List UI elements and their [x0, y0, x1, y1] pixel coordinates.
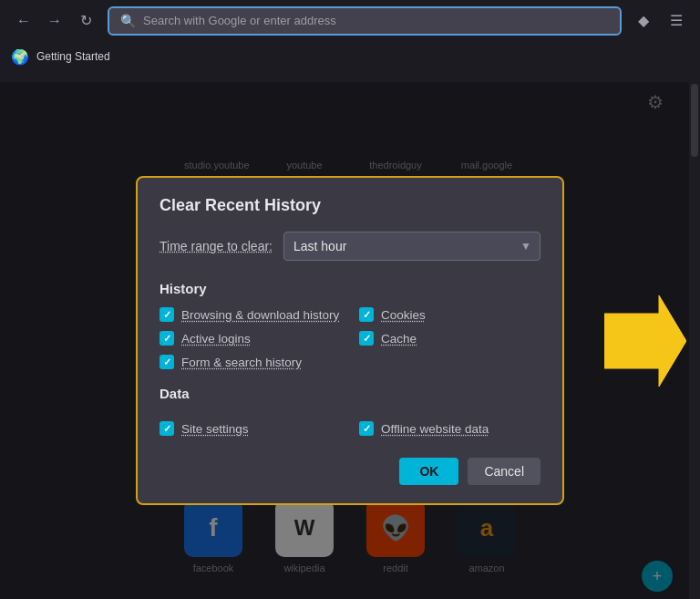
checkbox-cache[interactable]	[359, 331, 374, 346]
checkbox-label-cache: Cache	[381, 332, 417, 346]
checkbox-label-browsing: Browsing & download history	[181, 308, 339, 322]
svg-marker-0	[604, 295, 686, 387]
time-range-select[interactable]: Last hour Last two hours Last four hours…	[283, 232, 540, 261]
menu-button[interactable]: ☰	[664, 8, 689, 34]
checkbox-label-cookies: Cookies	[381, 308, 426, 322]
checkbox-row-cookies: Cookies	[359, 307, 540, 322]
history-checkboxes-grid: Browsing & download history Cookies Acti…	[160, 307, 540, 346]
checkbox-cookies[interactable]	[359, 307, 374, 322]
checkbox-row-offline: Offline website data	[359, 421, 540, 436]
forward-button[interactable]: →	[42, 8, 67, 34]
browser-chrome: ← → ↻ 🔍 Search with Google or enter addr…	[0, 0, 700, 82]
checkbox-form[interactable]	[160, 355, 174, 369]
ok-button[interactable]: OK	[399, 458, 458, 485]
checkbox-label-site-settings: Site settings	[181, 422, 249, 436]
refresh-button[interactable]: ↻	[73, 8, 98, 34]
checkbox-row-browsing: Browsing & download history	[160, 307, 341, 322]
checkbox-site-settings[interactable]	[160, 421, 174, 436]
nav-buttons: ← → ↻	[11, 8, 98, 34]
arrow-annotation	[604, 295, 686, 387]
checkbox-label-logins: Active logins	[181, 332, 251, 346]
checkbox-browsing[interactable]	[160, 307, 174, 322]
back-button[interactable]: ←	[11, 8, 36, 34]
time-range-select-wrapper[interactable]: Last hour Last two hours Last four hours…	[283, 232, 540, 261]
toolbar: ← → ↻ 🔍 Search with Google or enter addr…	[0, 0, 700, 41]
address-text: Search with Google or enter address	[143, 14, 336, 27]
address-bar[interactable]: 🔍 Search with Google or enter address	[108, 6, 622, 36]
toolbar-right: ◆ ☰	[631, 8, 689, 34]
search-icon: 🔍	[120, 14, 136, 28]
history-section-title: History	[160, 281, 540, 296]
tab-label: Getting Started	[36, 50, 110, 63]
pocket-button[interactable]: ◆	[631, 8, 656, 34]
checkbox-row-logins: Active logins	[160, 331, 341, 346]
cancel-button[interactable]: Cancel	[468, 458, 540, 485]
modal-overlay: Clear Recent History Time range to clear…	[0, 82, 700, 599]
checkbox-label-offline: Offline website data	[381, 422, 489, 436]
time-range-row: Time range to clear: Last hour Last two …	[160, 232, 540, 261]
checkbox-row-site-settings: Site settings	[160, 421, 341, 436]
page-content: ⚙ studio.youtube youtube thedroidguy mai…	[0, 82, 700, 599]
data-section-title: Data	[160, 386, 540, 401]
firefox-logo: 🌍	[11, 48, 29, 66]
checkbox-logins[interactable]	[160, 331, 174, 346]
clear-history-dialog: Clear Recent History Time range to clear…	[136, 176, 564, 505]
checkbox-row-form: Form & search history	[160, 355, 540, 369]
dialog-buttons: OK Cancel	[160, 458, 540, 485]
dialog-title: Clear Recent History	[160, 196, 540, 215]
checkbox-offline[interactable]	[359, 421, 374, 436]
time-range-label: Time range to clear:	[160, 239, 273, 253]
tab-bar: 🌍 Getting Started	[0, 41, 700, 72]
checkbox-label-form: Form & search history	[181, 356, 302, 369]
data-checkboxes-grid: Site settings Offline website data	[160, 421, 540, 436]
checkbox-row-cache: Cache	[359, 331, 540, 346]
